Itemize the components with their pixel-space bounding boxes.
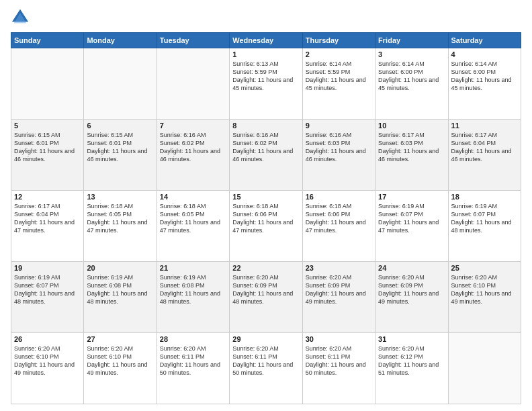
day-info: Sunrise: 6:20 AMSunset: 6:10 PMDaylight:… bbox=[14, 345, 81, 377]
day-info: Sunrise: 6:15 AMSunset: 6:01 PMDaylight:… bbox=[14, 131, 81, 164]
calendar-cell: 12Sunrise: 6:17 AMSunset: 6:04 PMDayligh… bbox=[11, 191, 84, 262]
day-info: Sunrise: 6:20 AMSunset: 6:11 PMDaylight:… bbox=[232, 345, 299, 377]
day-info: Sunrise: 6:19 AMSunset: 6:07 PMDaylight:… bbox=[14, 273, 81, 306]
day-info: Sunrise: 6:18 AMSunset: 6:05 PMDaylight:… bbox=[160, 202, 226, 235]
day-info: Sunrise: 6:14 AMSunset: 5:59 PMDaylight:… bbox=[306, 60, 372, 93]
day-number: 18 bbox=[451, 193, 518, 201]
day-number: 6 bbox=[87, 122, 153, 130]
day-number: 19 bbox=[14, 264, 81, 272]
day-number: 13 bbox=[87, 193, 153, 201]
weekday-header: Saturday bbox=[448, 33, 521, 48]
day-info: Sunrise: 6:14 AMSunset: 6:00 PMDaylight:… bbox=[451, 60, 518, 93]
calendar-cell: 30Sunrise: 6:20 AMSunset: 6:11 PMDayligh… bbox=[302, 333, 375, 404]
calendar-cell: 20Sunrise: 6:19 AMSunset: 6:08 PMDayligh… bbox=[84, 262, 157, 333]
day-number: 15 bbox=[232, 193, 299, 201]
day-info: Sunrise: 6:20 AMSunset: 6:10 PMDaylight:… bbox=[87, 345, 153, 377]
calendar-cell: 5Sunrise: 6:15 AMSunset: 6:01 PMDaylight… bbox=[11, 120, 84, 191]
calendar-cell: 16Sunrise: 6:18 AMSunset: 6:06 PMDayligh… bbox=[302, 191, 375, 262]
calendar-cell bbox=[157, 48, 229, 120]
day-info: Sunrise: 6:19 AMSunset: 6:08 PMDaylight:… bbox=[160, 273, 226, 306]
day-info: Sunrise: 6:16 AMSunset: 6:03 PMDaylight:… bbox=[306, 131, 372, 164]
calendar-cell: 15Sunrise: 6:18 AMSunset: 6:06 PMDayligh… bbox=[230, 191, 302, 262]
calendar-cell: 10Sunrise: 6:17 AMSunset: 6:03 PMDayligh… bbox=[375, 120, 448, 191]
calendar-header-row: SundayMondayTuesdayWednesdayThursdayFrid… bbox=[11, 33, 521, 48]
calendar-cell: 29Sunrise: 6:20 AMSunset: 6:11 PMDayligh… bbox=[230, 333, 302, 404]
calendar-cell: 14Sunrise: 6:18 AMSunset: 6:05 PMDayligh… bbox=[157, 191, 229, 262]
weekday-header: Thursday bbox=[302, 33, 375, 48]
calendar-week-row: 5Sunrise: 6:15 AMSunset: 6:01 PMDaylight… bbox=[11, 120, 521, 191]
calendar-cell: 25Sunrise: 6:20 AMSunset: 6:10 PMDayligh… bbox=[448, 262, 521, 333]
calendar-cell: 18Sunrise: 6:19 AMSunset: 6:07 PMDayligh… bbox=[448, 191, 521, 262]
weekday-header: Monday bbox=[84, 33, 157, 48]
calendar-cell: 28Sunrise: 6:20 AMSunset: 6:11 PMDayligh… bbox=[157, 333, 229, 404]
day-number: 28 bbox=[160, 335, 226, 343]
day-number: 26 bbox=[14, 335, 81, 343]
day-info: Sunrise: 6:16 AMSunset: 6:02 PMDaylight:… bbox=[232, 131, 299, 164]
day-number: 29 bbox=[232, 335, 299, 343]
day-number: 8 bbox=[232, 122, 299, 130]
day-number: 31 bbox=[378, 335, 445, 343]
calendar-cell: 19Sunrise: 6:19 AMSunset: 6:07 PMDayligh… bbox=[11, 262, 84, 333]
calendar-cell: 31Sunrise: 6:20 AMSunset: 6:12 PMDayligh… bbox=[375, 333, 448, 404]
calendar-cell: 26Sunrise: 6:20 AMSunset: 6:10 PMDayligh… bbox=[11, 333, 84, 404]
calendar-cell bbox=[448, 333, 521, 404]
weekday-header: Friday bbox=[375, 33, 448, 48]
day-info: Sunrise: 6:16 AMSunset: 6:02 PMDaylight:… bbox=[160, 131, 226, 164]
day-number: 10 bbox=[378, 122, 445, 130]
day-number: 11 bbox=[451, 122, 518, 130]
day-info: Sunrise: 6:19 AMSunset: 6:08 PMDaylight:… bbox=[87, 273, 153, 306]
calendar-week-row: 1Sunrise: 6:13 AMSunset: 5:59 PMDaylight… bbox=[11, 48, 521, 120]
calendar-cell: 21Sunrise: 6:19 AMSunset: 6:08 PMDayligh… bbox=[157, 262, 229, 333]
day-info: Sunrise: 6:20 AMSunset: 6:10 PMDaylight:… bbox=[451, 273, 518, 306]
day-number: 5 bbox=[14, 122, 81, 130]
day-number: 14 bbox=[160, 193, 226, 201]
calendar-cell: 23Sunrise: 6:20 AMSunset: 6:09 PMDayligh… bbox=[302, 262, 375, 333]
day-info: Sunrise: 6:13 AMSunset: 5:59 PMDaylight:… bbox=[232, 60, 299, 93]
day-number: 7 bbox=[160, 122, 226, 130]
calendar-week-row: 19Sunrise: 6:19 AMSunset: 6:07 PMDayligh… bbox=[11, 262, 521, 333]
calendar-cell: 17Sunrise: 6:19 AMSunset: 6:07 PMDayligh… bbox=[375, 191, 448, 262]
day-info: Sunrise: 6:20 AMSunset: 6:09 PMDaylight:… bbox=[378, 273, 445, 306]
header bbox=[11, 8, 521, 27]
calendar-cell: 9Sunrise: 6:16 AMSunset: 6:03 PMDaylight… bbox=[302, 120, 375, 191]
day-info: Sunrise: 6:17 AMSunset: 6:03 PMDaylight:… bbox=[378, 131, 445, 164]
day-info: Sunrise: 6:20 AMSunset: 6:11 PMDaylight:… bbox=[160, 345, 226, 377]
logo-icon bbox=[11, 8, 30, 27]
day-info: Sunrise: 6:18 AMSunset: 6:06 PMDaylight:… bbox=[306, 202, 372, 235]
calendar-cell: 6Sunrise: 6:15 AMSunset: 6:01 PMDaylight… bbox=[84, 120, 157, 191]
day-number: 21 bbox=[160, 264, 226, 272]
page: SundayMondayTuesdayWednesdayThursdayFrid… bbox=[0, 0, 532, 411]
day-number: 30 bbox=[306, 335, 372, 343]
logo bbox=[11, 8, 34, 27]
calendar-cell bbox=[84, 48, 157, 120]
calendar-cell: 2Sunrise: 6:14 AMSunset: 5:59 PMDaylight… bbox=[302, 48, 375, 120]
calendar-cell: 24Sunrise: 6:20 AMSunset: 6:09 PMDayligh… bbox=[375, 262, 448, 333]
calendar-week-row: 12Sunrise: 6:17 AMSunset: 6:04 PMDayligh… bbox=[11, 191, 521, 262]
calendar-table: SundayMondayTuesdayWednesdayThursdayFrid… bbox=[11, 32, 521, 404]
calendar-cell bbox=[11, 48, 84, 120]
day-number: 4 bbox=[451, 50, 518, 58]
weekday-header: Tuesday bbox=[157, 33, 229, 48]
day-number: 16 bbox=[306, 193, 372, 201]
day-info: Sunrise: 6:17 AMSunset: 6:04 PMDaylight:… bbox=[451, 131, 518, 164]
calendar-cell: 22Sunrise: 6:20 AMSunset: 6:09 PMDayligh… bbox=[230, 262, 302, 333]
calendar-cell: 11Sunrise: 6:17 AMSunset: 6:04 PMDayligh… bbox=[448, 120, 521, 191]
day-info: Sunrise: 6:20 AMSunset: 6:09 PMDaylight:… bbox=[306, 273, 372, 306]
day-info: Sunrise: 6:19 AMSunset: 6:07 PMDaylight:… bbox=[378, 202, 445, 235]
day-number: 2 bbox=[306, 50, 372, 58]
day-number: 24 bbox=[378, 264, 445, 272]
calendar-cell: 3Sunrise: 6:14 AMSunset: 6:00 PMDaylight… bbox=[375, 48, 448, 120]
day-info: Sunrise: 6:14 AMSunset: 6:00 PMDaylight:… bbox=[378, 60, 445, 93]
calendar-cell: 7Sunrise: 6:16 AMSunset: 6:02 PMDaylight… bbox=[157, 120, 229, 191]
calendar-cell: 27Sunrise: 6:20 AMSunset: 6:10 PMDayligh… bbox=[84, 333, 157, 404]
weekday-header: Sunday bbox=[11, 33, 84, 48]
calendar-cell: 8Sunrise: 6:16 AMSunset: 6:02 PMDaylight… bbox=[230, 120, 302, 191]
calendar-cell: 4Sunrise: 6:14 AMSunset: 6:00 PMDaylight… bbox=[448, 48, 521, 120]
day-number: 25 bbox=[451, 264, 518, 272]
day-info: Sunrise: 6:20 AMSunset: 6:12 PMDaylight:… bbox=[378, 345, 445, 377]
day-number: 23 bbox=[306, 264, 372, 272]
day-info: Sunrise: 6:18 AMSunset: 6:05 PMDaylight:… bbox=[87, 202, 153, 235]
day-info: Sunrise: 6:17 AMSunset: 6:04 PMDaylight:… bbox=[14, 202, 81, 235]
calendar-week-row: 26Sunrise: 6:20 AMSunset: 6:10 PMDayligh… bbox=[11, 333, 521, 404]
day-number: 22 bbox=[232, 264, 299, 272]
